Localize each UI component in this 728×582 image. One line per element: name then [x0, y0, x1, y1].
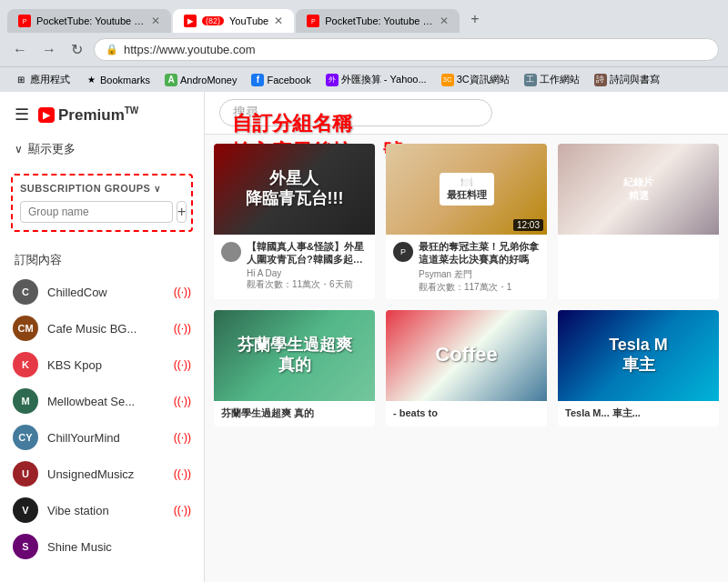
bookmark-facebook-label: Facebook [267, 75, 310, 85]
tab-pockettube-1[interactable]: P PocketTube: Youtube Subscri... ✕ [7, 9, 171, 33]
video-details-1: 最狂的奪冠主菜！兄弟你拿這道菜去比決賽真的好嗎 Psyman 差門 觀看次數：1… [419, 240, 540, 294]
video-details-0: 【韓國真人事&怪談】外星人圍攻青瓦台?韓國多起不明物... Hi A Day 觀… [247, 240, 368, 291]
live-icon-kbskpop: ((·)) [174, 358, 191, 371]
channel-item-kbskpop[interactable]: K KBS Kpop ((·)) [0, 346, 204, 383]
video-thumb-0: 外星人降臨青瓦台!!! [214, 144, 375, 235]
video-card-3[interactable]: Coffee - beats to [386, 310, 547, 426]
bookmark-work[interactable]: 工 工作網站 [519, 71, 585, 88]
subscription-groups-section: SUBSCRIPTION GROUPS ∨ + [11, 174, 193, 232]
video-thumb-top-right: 紀錄片精選 [558, 144, 719, 235]
back-button[interactable]: ← [9, 40, 31, 60]
channel-name-unsignedmusicz: UnsignedMusicz [47, 467, 165, 481]
tab-youtube[interactable]: ▶ (82) YouTube ✕ [173, 9, 294, 33]
thumb-text-2: 芬蘭學生過超爽真的 [234, 332, 356, 378]
video-title-3: - beats to [393, 406, 540, 419]
andromoney-icon: A [165, 74, 177, 86]
video-title-0: 【韓國真人事&怪談】外星人圍攻青瓦台?韓國多起不明物... [247, 240, 368, 266]
video-card-0[interactable]: 外星人降臨青瓦台!!! 【韓國真人事&怪談】外星人圍攻青瓦台?韓國多起不明物..… [214, 144, 375, 299]
tab-favicon-pocket-2: P [307, 15, 319, 27]
forward-button[interactable]: → [38, 40, 60, 60]
tw-label: TW [125, 105, 139, 115]
channel-item-vibestation[interactable]: V Vibe station ((·)) [0, 492, 204, 528]
tab-label-1: PocketTube: Youtube Subscri... [36, 15, 146, 26]
group-name-input-row: + [20, 201, 184, 223]
channel-name-kbskpop: KBS Kpop [47, 358, 165, 372]
video-thumb-2: 芬蘭學生過超爽真的 [214, 310, 375, 401]
bookmark-poetry[interactable]: 詩 詩詞與書寫 [589, 71, 665, 88]
bookmark-work-label: 工作網站 [540, 73, 580, 86]
search-box[interactable]: 搜尋 [219, 99, 492, 126]
sidebar-header: ☰ ▶ PremiumTW [0, 92, 204, 134]
main-area: 搜尋 自訂分組名稱 輸入完畢後按 ＋ 號 外星人降臨青瓦台!!! [205, 92, 728, 582]
video-card-2[interactable]: 芬蘭學生過超爽真的 芬蘭學生過超爽 真的 [214, 310, 375, 426]
video-channel-0: Hi A Day [247, 268, 368, 278]
tab-close-3[interactable]: ✕ [440, 15, 449, 27]
video-info-3: - beats to [386, 401, 547, 426]
bookmark-3c-label: 3C資訊網站 [457, 73, 510, 86]
channel-avatar-vibestation: V [13, 497, 38, 523]
work-icon: 工 [524, 74, 537, 86]
video-meta-0: 觀看次數：11萬次・6天前 [247, 278, 368, 291]
live-icon-vibestation: ((·)) [174, 504, 191, 517]
bookmark-apps-label: 應用程式 [30, 73, 70, 86]
subscription-section-label: 訂閱內容 [0, 241, 204, 274]
bookmark-forex[interactable]: 外 外匯換算 - Yahoo... [320, 71, 432, 88]
channel-item-shinemusic[interactable]: S Shine Music [0, 528, 204, 565]
show-more-label: 顯示更多 [28, 141, 76, 157]
tab-close-yt[interactable]: ✕ [274, 15, 283, 27]
tab-pockettube-2[interactable]: P PocketTube: Youtube Subscri... ✕ [296, 9, 460, 33]
thumb-text-0: 外星人降臨青瓦台!!! [242, 166, 348, 212]
video-channel-1: Psyman 差門 [419, 268, 540, 281]
video-card-top-right[interactable]: 紀錄片精選 [558, 144, 719, 299]
video-card-4[interactable]: Tesla M車主 Tesla M... 車主... [558, 310, 719, 426]
channel-item-mellowbeat[interactable]: M Mellowbeat Se... ((·)) [0, 383, 204, 419]
add-group-button[interactable]: + [177, 201, 187, 223]
video-info-2: 芬蘭學生過超爽 真的 [214, 401, 375, 426]
bookmark-3c[interactable]: 3C 3C資訊網站 [436, 71, 515, 88]
live-icon-mellowbeat: ((·)) [174, 395, 191, 407]
hamburger-menu-icon[interactable]: ☰ [15, 105, 29, 125]
video-thumb-3: Coffee [386, 310, 547, 401]
url-bar[interactable]: 🔒 https://www.youtube.com [94, 38, 719, 61]
bookmark-poetry-label: 詩詞與書寫 [610, 73, 660, 86]
video-channel-row-0: 【韓國真人事&怪談】外星人圍攻青瓦台?韓國多起不明物... Hi A Day 觀… [221, 240, 368, 291]
browser-chrome: P PocketTube: Youtube Subscri... ✕ ▶ (82… [0, 0, 728, 92]
channel-list: C ChilledCow ((·)) CM Cafe Music BG... (… [0, 274, 204, 565]
video-card-1[interactable]: 🍽️最狂料理 12:03 P 最狂的奪冠主菜！兄弟你拿這道菜去比決賽真的好嗎 P… [386, 144, 547, 299]
show-more-button[interactable]: ∨ 顯示更多 [0, 134, 204, 165]
channel-item-chilledcow[interactable]: C ChilledCow ((·)) [0, 274, 204, 310]
video-title-1: 最狂的奪冠主菜！兄弟你拿這道菜去比決賽真的好嗎 [419, 240, 540, 266]
video-info-4: Tesla M... 車主... [558, 401, 719, 426]
bookmark-forex-label: 外匯換算 - Yahoo... [341, 73, 427, 86]
new-tab-button[interactable]: + [461, 5, 488, 33]
channel-name-vibestation: Vibe station [47, 504, 165, 517]
refresh-button[interactable]: ↻ [67, 39, 86, 60]
channel-item-cafemusicbg[interactable]: CM Cafe Music BG... ((·)) [0, 310, 204, 346]
channel-item-chillyourmind[interactable]: CY ChillYourMind ((·)) [0, 419, 204, 456]
tab-close-1[interactable]: ✕ [151, 15, 160, 27]
youtube-icon: ▶ [38, 107, 55, 123]
video-thumb-1: 🍽️最狂料理 12:03 [386, 144, 547, 235]
subscription-groups-label[interactable]: SUBSCRIPTION GROUPS ∨ [20, 183, 184, 194]
3c-icon: 3C [441, 74, 454, 86]
group-name-input[interactable] [20, 201, 173, 223]
bookmark-facebook[interactable]: f Facebook [246, 72, 316, 88]
bookmark-andromoney[interactable]: A AndroMoney [159, 72, 242, 88]
channel-item-unsignedmusicz[interactable]: U UnsignedMusicz ((·)) [0, 456, 204, 492]
video-title-4: Tesla M... 車主... [565, 406, 712, 419]
channel-avatar-chillyourmind: CY [13, 425, 38, 450]
channel-avatar-cafemusicbg: CM [13, 316, 38, 341]
bookmark-bookmarks[interactable]: ★ Bookmarks [79, 72, 156, 88]
bookmark-andromoney-label: AndroMoney [180, 75, 237, 85]
url-text: https://www.youtube.com [124, 43, 707, 56]
search-placeholder: 搜尋 [233, 105, 258, 121]
apps-icon: ⊞ [15, 74, 27, 86]
video-avatar-0 [221, 242, 241, 262]
video-meta-1: 觀看次數：117萬次・1 [419, 281, 540, 294]
thumb-text-3: Coffee [431, 339, 500, 370]
thumb-text-4: Tesla M車主 [605, 332, 672, 378]
tab-bar: P PocketTube: Youtube Subscri... ✕ ▶ (82… [0, 0, 728, 33]
poetry-icon: 詩 [594, 74, 607, 86]
tab-favicon-yt: ▶ [184, 15, 197, 27]
bookmark-apps[interactable]: ⊞ 應用程式 [9, 71, 76, 88]
